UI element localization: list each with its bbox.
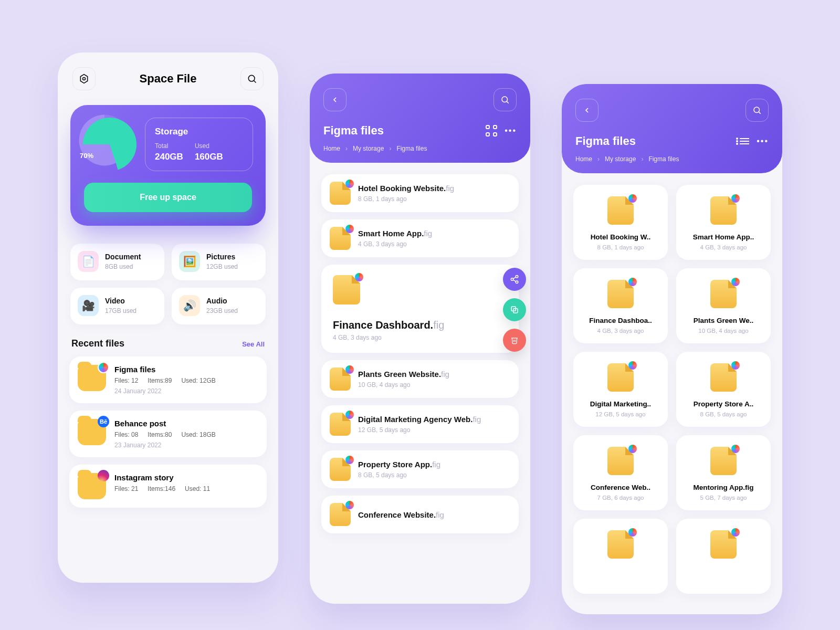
file-name: Conference Web..: [591, 484, 650, 491]
breadcrumb: Home› My storage› Figma files: [323, 145, 517, 152]
svg-line-3: [254, 81, 256, 83]
file-item-expanded[interactable]: Finance Dashboard.fig4 GB, 3 days ago: [321, 265, 519, 353]
file-ext: fig: [446, 184, 454, 193]
file-name: Plants Green Website.: [358, 370, 441, 379]
file-name: Conference Website.: [358, 510, 436, 519]
file-item[interactable]: Hotel Booking Website.fig8 GB, 1 days ag…: [321, 174, 519, 212]
search-button[interactable]: [240, 67, 264, 90]
svg-line-10: [513, 280, 516, 281]
figma-file-icon: [330, 368, 351, 391]
file-meta: [620, 578, 621, 584]
screen-folder-list: Figma files ••• Home› My storage› Figma …: [310, 74, 530, 604]
file-card[interactable]: Smart Home App..4 GB, 3 days ago: [676, 185, 771, 260]
figma-file-icon: [607, 363, 634, 392]
search-button[interactable]: [746, 99, 769, 122]
folder-title: Figma files: [323, 124, 384, 138]
file-name: Property Store A..: [694, 400, 753, 408]
category-pictures[interactable]: 🖼️ Pictures12GB used: [172, 244, 266, 280]
file-card[interactable]: [676, 519, 771, 594]
file-ext: fig: [432, 460, 440, 469]
file-meta: 5 GB, 7 days ago: [700, 495, 747, 501]
recent-item[interactable]: Bē Behance post Files: 08Items:80Used: 1…: [69, 411, 267, 457]
recent-name: Instagram story: [114, 473, 258, 482]
trash-icon: [510, 336, 519, 344]
file-actions: [503, 268, 526, 352]
total-label: Total: [155, 142, 183, 150]
file-item[interactable]: Smart Home App.fig4 GB, 3 days ago: [321, 219, 519, 257]
file-meta: 4 GB, 3 days ago: [700, 244, 747, 250]
storage-pie-chart: 70%: [83, 118, 136, 171]
crumb-home[interactable]: Home: [323, 145, 340, 152]
file-name: Property Store App.: [358, 460, 432, 469]
file-item[interactable]: Conference Website.fig: [321, 496, 519, 533]
screen-home: Space File 70% Storage Total 240GB Use: [58, 52, 278, 583]
figma-file-icon: [607, 447, 634, 475]
more-button[interactable]: •••: [505, 126, 517, 135]
crumb-current: Figma files: [648, 155, 679, 163]
crumb-home[interactable]: Home: [575, 155, 592, 163]
category-used: 23GB used: [206, 307, 238, 314]
category-document[interactable]: 📄 Document8GB used: [70, 244, 164, 280]
chevron-left-icon: [331, 96, 339, 104]
more-button[interactable]: •••: [757, 136, 769, 146]
file-card[interactable]: Property Store A..8 GB, 5 days ago: [676, 352, 771, 427]
figma-file-icon: [710, 196, 737, 225]
folder-icon: [78, 473, 106, 499]
grid-view-button[interactable]: [486, 125, 497, 136]
file-name: Smart Home App.: [358, 229, 424, 238]
audio-icon: 🔊: [179, 295, 200, 316]
file-card[interactable]: Conference Web..7 GB, 6 days ago: [573, 435, 668, 510]
recent-item[interactable]: Figma files Files: 12Items:89Used: 12GB …: [69, 356, 267, 403]
file-meta: 4 GB, 3 days ago: [333, 334, 444, 341]
svg-marker-0: [80, 75, 87, 83]
svg-line-5: [507, 101, 508, 103]
storage-percent: 70%: [80, 152, 93, 160]
hexagon-gear-icon: [79, 74, 89, 84]
file-item[interactable]: Property Store App.fig8 GB, 5 days ago: [321, 450, 519, 488]
file-name: Smart Home App..: [693, 233, 754, 241]
search-button[interactable]: [494, 88, 517, 111]
share-button[interactable]: [503, 268, 526, 291]
file-card[interactable]: Mentoring App.fig5 GB, 7 days ago: [676, 435, 771, 510]
file-name: [722, 567, 724, 575]
file-meta: 4 GB, 3 days ago: [597, 328, 644, 334]
back-button[interactable]: [323, 88, 346, 111]
free-up-space-button[interactable]: Free up space: [84, 183, 252, 212]
file-meta: 10 GB, 4 days ago: [358, 381, 510, 388]
category-video[interactable]: 🎥 Video17GB used: [70, 288, 164, 324]
figma-file-icon: [330, 227, 351, 250]
file-ext: fig: [424, 229, 432, 238]
figma-file-icon: [607, 196, 634, 225]
file-card[interactable]: Digital Marketing..12 GB, 5 days ago: [573, 352, 668, 427]
file-meta: 8 GB, 1 days ago: [358, 195, 510, 203]
crumb-storage[interactable]: My storage: [353, 145, 384, 152]
file-item[interactable]: Digital Marketing Agency Web.fig12 GB, 5…: [321, 405, 519, 443]
recent-name: Figma files: [114, 365, 258, 374]
category-audio[interactable]: 🔊 Audio23GB used: [172, 288, 266, 324]
see-all-link[interactable]: See All: [242, 340, 265, 348]
list-view-button[interactable]: [740, 136, 749, 146]
file-card[interactable]: Finance Dashboa..4 GB, 3 days ago: [573, 268, 668, 343]
file-card[interactable]: Plants Green We..10 GB, 4 days ago: [676, 268, 771, 343]
svg-line-9: [513, 277, 516, 279]
recent-item[interactable]: Instagram story Files: 21Items:146Used: …: [69, 465, 267, 508]
file-card[interactable]: [573, 519, 668, 594]
delete-button[interactable]: [503, 329, 526, 352]
recent-files-count: Files: 08: [114, 431, 138, 438]
recent-used: Used: 12GB: [181, 377, 215, 384]
category-name: Audio: [206, 297, 238, 305]
category-name: Document: [105, 253, 141, 261]
settings-button[interactable]: [72, 67, 96, 90]
recent-files-count: Files: 12: [114, 377, 138, 384]
category-used: 17GB used: [105, 307, 136, 314]
copy-button[interactable]: [503, 298, 526, 321]
pictures-icon: 🖼️: [179, 251, 200, 272]
folder-header: Figma files ••• Home› My storage› Figma …: [310, 74, 530, 163]
file-ext: fig: [436, 510, 444, 519]
recent-list: Figma files Files: 12Items:89Used: 12GB …: [58, 356, 278, 508]
file-card[interactable]: Hotel Booking W..8 GB, 1 days ago: [573, 185, 668, 260]
crumb-storage[interactable]: My storage: [605, 155, 636, 163]
file-grid: Hotel Booking W..8 GB, 1 days ago Smart …: [562, 173, 782, 605]
back-button[interactable]: [575, 99, 598, 122]
file-item[interactable]: Plants Green Website.fig10 GB, 4 days ag…: [321, 360, 519, 398]
